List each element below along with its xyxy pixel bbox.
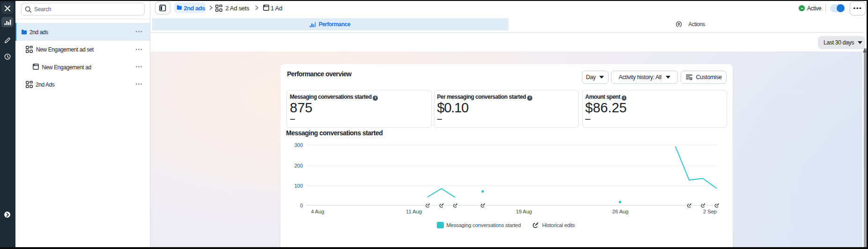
svg-text:200: 200 [294,163,303,168]
svg-text:26 Aug: 26 Aug [612,209,629,214]
svg-text:19 Aug: 19 Aug [516,209,532,214]
svg-text:2 Sep: 2 Sep [703,209,717,214]
svg-text:300: 300 [294,142,303,148]
svg-text:0: 0 [300,203,303,208]
svg-text:11 Aug: 11 Aug [406,209,422,214]
svg-text:4 Aug: 4 Aug [311,209,324,214]
svg-text:100: 100 [294,183,303,189]
